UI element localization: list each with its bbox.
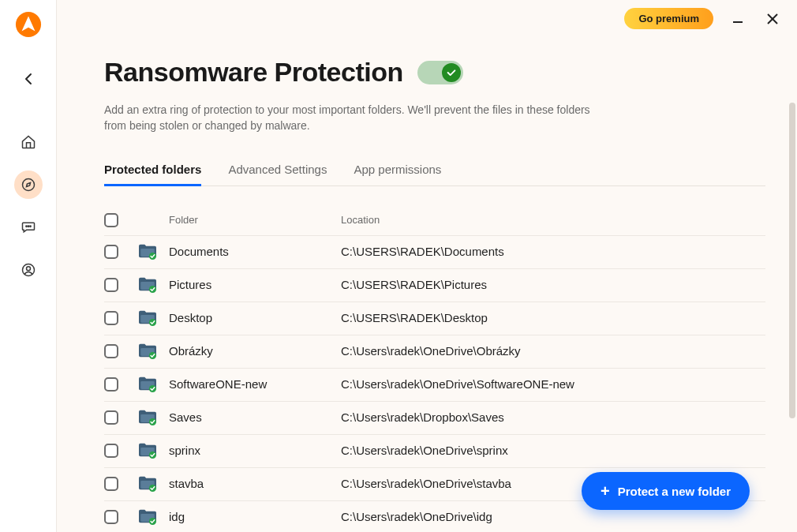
folder-protected-icon <box>137 343 158 360</box>
row-checkbox[interactable] <box>104 410 118 425</box>
svg-point-3 <box>28 226 28 227</box>
column-location: Location <box>341 214 765 226</box>
row-checkbox[interactable] <box>104 344 118 358</box>
table-row[interactable]: SoftwareONE-new C:\Users\radek\OneDrive\… <box>104 368 765 401</box>
folder-location: C:\USERS\RADEK\Pictures <box>341 278 487 291</box>
folder-name: sprinx <box>169 444 200 457</box>
folder-name: Desktop <box>169 311 212 324</box>
back-button[interactable] <box>17 68 39 90</box>
tabs: Protected folders Advanced Settings App … <box>104 163 765 186</box>
nav-home[interactable] <box>14 128 43 156</box>
table-row[interactable]: Obrázky C:\Users\radek\OneDrive\Obrázky <box>104 335 765 368</box>
table-row[interactable]: Pictures C:\USERS\RADEK\Pictures <box>104 268 765 302</box>
folder-name: idg <box>169 510 185 523</box>
table-row[interactable]: Documents C:\USERS\RADEK\Documents <box>104 235 765 268</box>
folder-protected-icon <box>137 276 158 294</box>
folder-name: Saves <box>169 410 202 424</box>
main-content: Go premium Ransomware Protection Add an … <box>57 0 797 532</box>
svg-point-6 <box>26 267 30 271</box>
folder-name: stavba <box>169 477 204 490</box>
folder-name: Pictures <box>169 278 211 291</box>
row-checkbox[interactable] <box>104 311 118 325</box>
folder-location: C:\Users\radek\OneDrive\Obrázky <box>341 344 521 358</box>
page-title: Ransomware Protection <box>104 57 403 88</box>
tab-app-permissions[interactable]: App permissions <box>354 163 441 185</box>
protect-new-folder-button[interactable]: + Protect a new folder <box>582 472 750 510</box>
folder-location: C:\Users\radek\OneDrive\sprinx <box>341 444 508 457</box>
minimize-button[interactable] <box>728 9 748 29</box>
folder-name: SoftwareONE-new <box>169 377 267 391</box>
nav-messages[interactable] <box>14 213 43 242</box>
row-checkbox[interactable] <box>104 477 118 491</box>
check-icon <box>442 63 461 82</box>
folder-location: C:\Users\radek\Dropbox\Saves <box>341 410 504 424</box>
folder-protected-icon <box>137 309 158 327</box>
page-subtitle: Add an extra ring of protection to your … <box>104 102 593 134</box>
app-logo <box>15 11 42 38</box>
top-bar: Go premium <box>624 8 783 29</box>
folder-location: C:\USERS\RADEK\Desktop <box>341 311 488 324</box>
folder-name: Documents <box>169 245 229 258</box>
select-all-checkbox[interactable] <box>104 213 118 227</box>
tab-protected-folders[interactable]: Protected folders <box>104 163 201 185</box>
protection-toggle[interactable] <box>417 61 463 84</box>
plus-icon: + <box>601 483 610 499</box>
folder-protected-icon <box>137 376 158 393</box>
row-checkbox[interactable] <box>104 278 118 292</box>
nav-explore[interactable] <box>14 170 43 199</box>
nav-account[interactable] <box>14 256 43 284</box>
table-row[interactable]: Saves C:\Users\radek\Dropbox\Saves <box>104 401 765 434</box>
folder-protected-icon <box>137 409 158 426</box>
folder-location: C:\Users\radek\OneDrive\idg <box>341 510 492 523</box>
folder-protected-icon <box>137 508 158 526</box>
folder-location: C:\USERS\RADEK\Documents <box>341 245 504 258</box>
row-checkbox[interactable] <box>104 245 118 259</box>
table-row[interactable]: Desktop C:\USERS\RADEK\Desktop <box>104 302 765 335</box>
column-folder: Folder <box>169 214 341 226</box>
row-checkbox[interactable] <box>104 377 118 392</box>
table-header: Folder Location <box>104 205 765 235</box>
fab-label: Protect a new folder <box>618 485 731 498</box>
folder-location: C:\Users\radek\OneDrive\SoftwareONE-new <box>341 377 574 391</box>
close-button[interactable] <box>762 9 783 29</box>
row-checkbox[interactable] <box>104 510 118 524</box>
svg-point-1 <box>22 179 34 191</box>
folder-name: Obrázky <box>169 344 213 358</box>
svg-point-4 <box>29 226 30 227</box>
svg-point-2 <box>25 226 26 227</box>
table-row[interactable]: sprinx C:\Users\radek\OneDrive\sprinx <box>104 434 765 467</box>
row-checkbox[interactable] <box>104 444 118 458</box>
folder-location: C:\Users\radek\OneDrive\stavba <box>341 477 511 490</box>
folder-protected-icon <box>137 243 158 260</box>
sidebar <box>0 0 57 532</box>
folder-protected-icon <box>137 442 158 459</box>
folder-protected-icon <box>137 475 158 493</box>
tab-advanced-settings[interactable]: Advanced Settings <box>228 163 327 185</box>
go-premium-button[interactable]: Go premium <box>624 8 713 29</box>
scrollbar[interactable] <box>789 103 795 418</box>
